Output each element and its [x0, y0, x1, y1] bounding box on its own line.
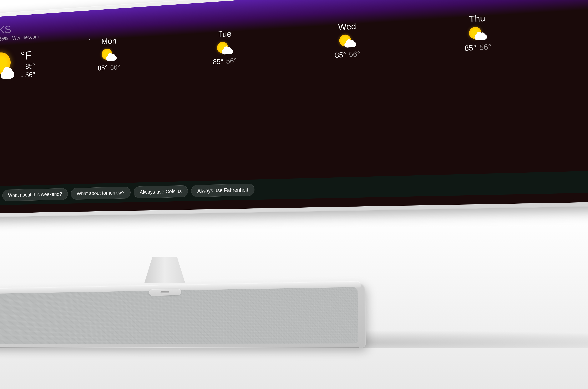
monitor-frame: City, KS Hum 55% · Weather.com	[0, 0, 588, 217]
monitor-display: City, KS Hum 55% · Weather.com	[0, 0, 588, 217]
forecast-row: Mon 85° 56° Tue	[53, 0, 588, 75]
forecast-temps-thu: 85° 56°	[464, 42, 491, 53]
forecast-high-wed: 85°	[335, 51, 346, 60]
suggestion-pill-weekend[interactable]: What about this weekend?	[2, 188, 68, 201]
forecast-day-tue: Tue 85° 56°	[210, 28, 240, 66]
current-temp-info: °F ↑ 85° ↓ 56°	[20, 49, 35, 79]
humidity-label: Hum 55%	[0, 36, 8, 42]
voice-suggestions-bar: ying... What about this weekend? What ab…	[0, 168, 588, 205]
forecast-cloud-wed	[345, 42, 356, 48]
speaker-bottom-edge	[0, 347, 359, 348]
suggestion-pill-tomorrow[interactable]: What about tomorrow?	[71, 187, 131, 200]
forecast-icon-thu	[468, 26, 487, 41]
forecast-icon-tue	[216, 41, 233, 55]
cloud-icon	[0, 67, 16, 79]
forecast-low-wed: 56°	[349, 50, 360, 59]
forecast-high-tue: 85°	[213, 57, 223, 66]
speaker-mic-indicator	[161, 291, 169, 293]
forecast-day-mon: Mon 85° 56°	[95, 35, 123, 72]
speaker-device	[0, 280, 356, 348]
forecast-icon-mon	[101, 48, 117, 62]
speaker-fabric	[0, 287, 358, 344]
temp-high: 85°	[25, 62, 35, 70]
meta-dot: ·	[9, 35, 11, 41]
current-weather: °F ↑ 85° ↓ 56°	[0, 43, 45, 87]
forecast-day-thu: Thu 85° 56°	[461, 12, 494, 53]
cloud-shape	[0, 70, 14, 79]
forecast-high-mon: 85°	[98, 64, 108, 72]
suggestion-pill-fahrenheit[interactable]: Always use Fahrenheit	[191, 184, 254, 197]
forecast-day-name-thu: Thu	[469, 13, 485, 24]
forecast-temps-mon: 85° 56°	[98, 63, 120, 72]
down-arrow-icon: ↓	[20, 72, 23, 79]
forecast-day-name-wed: Wed	[338, 21, 356, 32]
current-weather-icon	[0, 50, 16, 81]
forecast-low-tue: 56°	[226, 57, 237, 65]
current-temp: °F	[21, 49, 35, 62]
forecast-low-mon: 56°	[110, 63, 120, 71]
forecast-temps-tue: 85° 56°	[213, 57, 237, 66]
source-label: Weather.com	[12, 34, 39, 41]
up-arrow-icon: ↑	[21, 63, 23, 70]
forecast-icon-wed	[338, 34, 356, 48]
speaker-mic-bar	[149, 289, 181, 296]
temp-low-row: ↓ 56°	[20, 70, 35, 79]
temp-low: 56°	[25, 70, 35, 79]
forecast-day-name-mon: Mon	[101, 36, 117, 46]
forecast-cloud-thu	[474, 34, 487, 40]
forecast-cloud-tue	[222, 49, 233, 55]
forecast-temps-wed: 85° 56°	[335, 50, 360, 60]
forecast-day-wed: Wed 85° 56°	[332, 21, 363, 60]
monitor-screen: City, KS Hum 55% · Weather.com	[0, 0, 588, 214]
temp-range: ↑ 85° ↓ 56°	[20, 62, 35, 79]
forecast-high-thu: 85°	[464, 43, 476, 53]
forecast-cloud-mon	[106, 55, 117, 61]
forecast-low-thu: 56°	[479, 42, 491, 52]
speaker-body	[0, 283, 366, 348]
suggestion-pill-celsius[interactable]: Always use Celsius	[134, 185, 188, 198]
forecast-day-name-tue: Tue	[218, 29, 232, 39]
temp-high-row: ↑ 85°	[21, 62, 35, 71]
weather-ui: City, KS Hum 55% · Weather.com	[0, 0, 588, 214]
